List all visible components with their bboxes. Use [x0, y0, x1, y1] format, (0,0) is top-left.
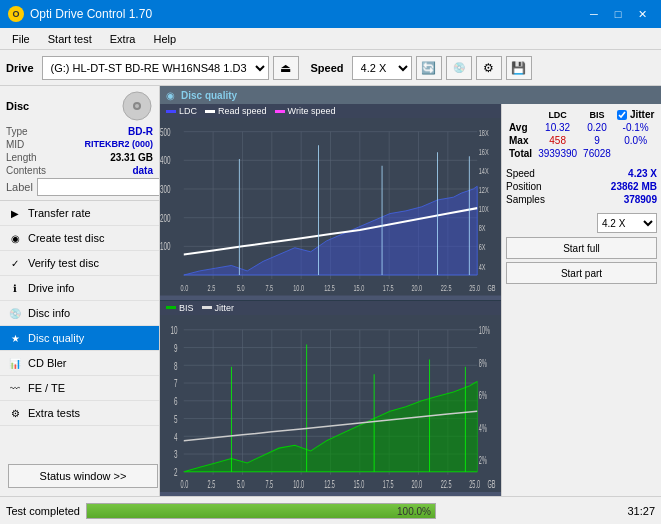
close-button[interactable]: ✕ — [631, 4, 653, 24]
menu-extra[interactable]: Extra — [102, 31, 144, 47]
save-button[interactable]: 💾 — [506, 56, 532, 80]
nav-items: ▶ Transfer rate ◉ Create test disc ✓ Ver… — [0, 201, 159, 456]
speed-info: Speed 4.23 X Position 23862 MB Samples 3… — [506, 168, 657, 207]
disc-panel-header: Disc — [6, 90, 153, 122]
sidebar-item-disc-quality[interactable]: ★ Disc quality — [0, 326, 159, 351]
status-window-button[interactable]: Status window >> — [8, 464, 158, 488]
minimize-button[interactable]: ─ — [583, 4, 605, 24]
sidebar-item-label-create-test: Create test disc — [28, 232, 104, 244]
cd-bler-icon: 📊 — [8, 356, 22, 370]
sidebar-item-verify-test-disc[interactable]: ✓ Verify test disc — [0, 251, 159, 276]
sidebar-item-label-verify-test: Verify test disc — [28, 257, 99, 269]
create-test-icon: ◉ — [8, 231, 22, 245]
stats-table: LDC BIS Jitter Avg — [506, 108, 657, 160]
svg-text:17.5: 17.5 — [383, 283, 394, 294]
disc-contents-row: Contents data — [6, 165, 153, 176]
svg-text:25.0: 25.0 — [469, 283, 480, 294]
speed-row: Speed 4.23 X — [506, 168, 657, 179]
sidebar-item-cd-bler[interactable]: 📊 CD Bler — [0, 351, 159, 376]
svg-text:200: 200 — [160, 212, 171, 224]
top-legend: LDC Read speed Write speed — [160, 104, 501, 118]
svg-text:6X: 6X — [479, 242, 486, 253]
progress-fill — [87, 504, 435, 518]
maximize-button[interactable]: □ — [607, 4, 629, 24]
bottom-chart: BIS Jitter — [160, 301, 501, 497]
svg-text:300: 300 — [160, 183, 171, 195]
svg-text:400: 400 — [160, 155, 171, 167]
svg-text:20.0: 20.0 — [411, 478, 422, 490]
speed-select[interactable]: 4.2 X — [352, 56, 412, 80]
right-panel: LDC BIS Jitter Avg — [501, 104, 661, 496]
burn-button[interactable]: 💿 — [446, 56, 472, 80]
svg-point-2 — [135, 104, 139, 108]
svg-text:5: 5 — [174, 411, 178, 425]
svg-text:GB: GB — [488, 283, 496, 294]
start-full-button[interactable]: Start full — [506, 237, 657, 259]
svg-text:7: 7 — [174, 376, 178, 390]
sidebar-item-drive-info[interactable]: ℹ Drive info — [0, 276, 159, 301]
eject-button[interactable]: ⏏ — [273, 56, 299, 80]
menu-help[interactable]: Help — [145, 31, 184, 47]
stats-col-ldc: LDC — [535, 108, 580, 121]
svg-text:16X: 16X — [479, 146, 489, 157]
sidebar-item-label-fe-te: FE / TE — [28, 382, 65, 394]
top-chart-svg: 500 400 300 200 100 18X 16X 14X 12X 10X … — [160, 118, 501, 296]
write-speed-legend: Write speed — [275, 106, 336, 116]
svg-text:5.0: 5.0 — [237, 478, 245, 490]
ldc-legend: LDC — [166, 106, 197, 116]
drive-info-icon: ℹ — [8, 281, 22, 295]
speed-select-inline[interactable]: 4.2 X — [597, 213, 657, 233]
svg-text:500: 500 — [160, 126, 171, 138]
sidebar-item-create-test-disc[interactable]: ◉ Create test disc — [0, 226, 159, 251]
charts-and-right: LDC Read speed Write speed — [160, 104, 661, 496]
speed-select-row: 4.2 X — [506, 213, 657, 233]
refresh-button[interactable]: 🔄 — [416, 56, 442, 80]
start-part-button[interactable]: Start part — [506, 262, 657, 284]
svg-text:10: 10 — [170, 323, 177, 337]
sidebar-item-extra-tests[interactable]: ⚙ Extra tests — [0, 401, 159, 426]
sidebar: Disc Type BD-R MID RITEKBR2 (000) Length… — [0, 86, 160, 496]
bottom-legend: BIS Jitter — [160, 301, 501, 315]
samples-row: Samples 378909 — [506, 194, 657, 205]
svg-text:6: 6 — [174, 394, 178, 408]
chart-title: Disc quality — [181, 90, 237, 101]
jitter-legend: Jitter — [202, 303, 235, 313]
main-content: ◉ Disc quality LDC Read s — [160, 86, 661, 496]
stats-col-bis: BIS — [580, 108, 614, 121]
menu-start-test[interactable]: Start test — [40, 31, 100, 47]
svg-text:12X: 12X — [479, 185, 489, 196]
stats-col-checkbox: Jitter — [614, 108, 657, 121]
svg-text:0.0: 0.0 — [181, 478, 189, 490]
sidebar-item-label-extra-tests: Extra tests — [28, 407, 80, 419]
menu-file[interactable]: File — [4, 31, 38, 47]
bis-legend: BIS — [166, 303, 194, 313]
svg-text:6%: 6% — [479, 389, 487, 401]
stats-col-empty — [506, 108, 535, 121]
charts-area: LDC Read speed Write speed — [160, 104, 501, 496]
svg-text:2%: 2% — [479, 454, 487, 466]
toolbar: Drive (G:) HL-DT-ST BD-RE WH16NS48 1.D3 … — [0, 50, 661, 86]
svg-text:7.5: 7.5 — [265, 283, 273, 294]
svg-text:8: 8 — [174, 358, 178, 372]
jitter-checkbox[interactable]: Jitter — [617, 109, 654, 120]
svg-text:2: 2 — [174, 465, 178, 479]
jitter-check[interactable] — [617, 110, 627, 120]
sidebar-item-disc-info[interactable]: 💿 Disc info — [0, 301, 159, 326]
svg-text:4%: 4% — [479, 421, 487, 433]
sidebar-item-fe-te[interactable]: 〰 FE / TE — [0, 376, 159, 401]
svg-text:12.5: 12.5 — [324, 478, 335, 490]
settings-button[interactable]: ⚙ — [476, 56, 502, 80]
position-row: Position 23862 MB — [506, 181, 657, 192]
svg-text:15.0: 15.0 — [353, 283, 364, 294]
app-title: Opti Drive Control 1.70 — [30, 7, 152, 21]
action-area: 4.2 X Start full Start part — [506, 213, 657, 287]
sidebar-item-transfer-rate[interactable]: ▶ Transfer rate — [0, 201, 159, 226]
svg-text:12.5: 12.5 — [324, 283, 335, 294]
label-input[interactable] — [37, 178, 160, 196]
extra-tests-icon: ⚙ — [8, 406, 22, 420]
stats-max-row: Max 458 9 0.0% — [506, 134, 657, 147]
drive-select[interactable]: (G:) HL-DT-ST BD-RE WH16NS48 1.D3 — [42, 56, 269, 80]
svg-text:100: 100 — [160, 241, 171, 253]
svg-text:4: 4 — [174, 429, 178, 443]
svg-text:20.0: 20.0 — [411, 283, 422, 294]
